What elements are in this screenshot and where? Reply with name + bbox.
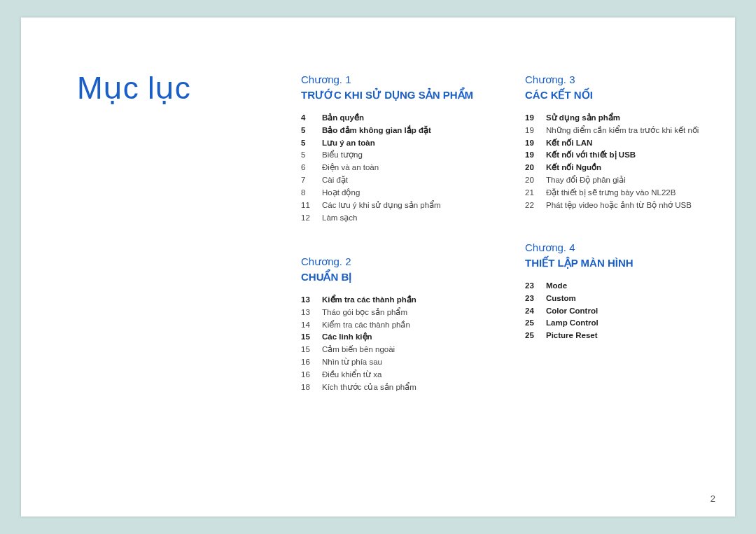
toc-entry-label: Kích thước của sản phẩm (322, 381, 497, 394)
toc-entry-page: 15 (301, 331, 322, 344)
toc-entry-label: Điều khiển từ xa (322, 369, 497, 381)
toc-entry: 20Thay đổi Độ phân giải (525, 174, 721, 187)
toc-entry-label: Bản quyền (322, 112, 497, 125)
toc-entry-label: Các linh kiện (322, 331, 497, 344)
toc-entry-label: Picture Reset (546, 330, 721, 342)
toc-entry-page: 5 (301, 137, 322, 150)
toc-entry-page: 16 (301, 356, 322, 369)
chapter-num: Chương. 2 (301, 255, 497, 268)
toc-entry: 25Lamp Control (525, 317, 721, 330)
toc-entry-page: 22 (525, 199, 546, 212)
toc-entry-label: Những điểm cần kiểm tra trước khi kết nố… (546, 125, 721, 137)
chapter-title: TRƯỚC KHI SỬ DỤNG SẢN PHẨM (301, 87, 497, 102)
toc-entry-label: Biểu tượng (322, 149, 497, 162)
toc-entry: 5Biểu tượng (301, 149, 497, 162)
toc-entry: 12Làm sạch (301, 212, 497, 225)
toc-entry-page: 11 (301, 199, 322, 212)
toc-entry: 5Bảo đảm không gian lắp đặt (301, 125, 497, 137)
chapter-4: Chương. 4 THIẾT LẬP MÀN HÌNH 23Mode23Cus… (525, 241, 721, 342)
chapter-title: THIẾT LẬP MÀN HÌNH (525, 255, 721, 270)
toc-entries: 13Kiểm tra các thành phần13Tháo gói bọc … (301, 294, 497, 394)
toc-entries: 23Mode23Custom24Color Control25Lamp Cont… (525, 280, 721, 342)
toc-entry-label: Thay đổi Độ phân giải (546, 174, 721, 187)
toc-entry-label: Kiểm tra các thành phần (322, 319, 497, 332)
toc-entry-page: 24 (525, 305, 546, 318)
toc-entry: 13Kiểm tra các thành phần (301, 294, 497, 307)
toc-entry-label: Kiểm tra các thành phần (322, 294, 497, 307)
toc-entry: 20Kết nối Nguồn (525, 162, 721, 174)
toc-entry-label: Các lưu ý khi sử dụng sản phẩm (322, 199, 497, 212)
toc-entry: 16Điều khiển từ xa (301, 369, 497, 381)
chapter-title: CHUẨN BỊ (301, 269, 497, 284)
toc-entry: 6Điện và an toàn (301, 162, 497, 174)
toc-entry: 7Cài đặt (301, 174, 497, 187)
toc-entry-page: 15 (301, 344, 322, 356)
chapter-3: Chương. 3 CÁC KẾT NỐI 19Sử dụng sản phẩm… (525, 73, 721, 212)
toc-entries: 19Sử dụng sản phẩm19Những điểm cần kiểm … (525, 112, 721, 212)
toc-entry-label: Sử dụng sản phẩm (546, 112, 721, 125)
toc-entry-page: 18 (301, 381, 322, 394)
toc-entry-page: 8 (301, 187, 322, 199)
toc-entry-page: 21 (525, 187, 546, 199)
toc-entry-page: 23 (525, 293, 546, 305)
toc-entry: 5Lưu ý an toàn (301, 137, 497, 150)
page-number: 2 (710, 493, 715, 504)
toc-entry-page: 25 (525, 317, 546, 330)
toc-entry-page: 13 (301, 307, 322, 319)
toc-entry-label: Mode (546, 280, 721, 293)
toc-entry-label: Lamp Control (546, 317, 721, 330)
toc-entry: 22Phát tệp video hoặc ảnh từ Bộ nhớ USB (525, 199, 721, 212)
toc-entry-page: 5 (301, 125, 322, 137)
toc-entry-page: 19 (525, 137, 546, 150)
toc-entry-label: Color Control (546, 305, 721, 318)
document-page: Mục lục Chương. 1 TRƯỚC KHI SỬ DỤNG SẢN … (21, 17, 735, 517)
toc-entry-label: Lưu ý an toàn (322, 137, 497, 150)
toc-entry: 24Color Control (525, 305, 721, 318)
toc-entry-label: Nhìn từ phía sau (322, 356, 497, 369)
toc-entry-page: 13 (301, 294, 322, 307)
toc-entry-page: 20 (525, 162, 546, 174)
toc-entry: 11Các lưu ý khi sử dụng sản phẩm (301, 199, 497, 212)
toc-entry: 18Kích thước của sản phẩm (301, 381, 497, 394)
toc-entry-label: Phát tệp video hoặc ảnh từ Bộ nhớ USB (546, 199, 721, 212)
toc-entry-label: Bảo đảm không gian lắp đặt (322, 125, 497, 137)
chapter-title: CÁC KẾT NỐI (525, 87, 721, 102)
toc-entry-label: Điện và an toàn (322, 162, 497, 174)
toc-entry: 8Hoạt động (301, 187, 497, 199)
toc-entry-label: Làm sạch (322, 212, 497, 225)
chapter-num: Chương. 1 (301, 73, 497, 86)
toc-entry-page: 19 (525, 125, 546, 137)
toc-entry: 19Những điểm cần kiểm tra trước khi kết … (525, 125, 721, 137)
toc-entry: 19Sử dụng sản phẩm (525, 112, 721, 125)
toc-entry-page: 25 (525, 330, 546, 342)
toc-entry: 19Kết nối với thiết bị USB (525, 149, 721, 162)
toc-entry-label: Hoạt động (322, 187, 497, 199)
page-title: Mục lục (77, 70, 190, 106)
toc-entries: 4Bản quyền5Bảo đảm không gian lắp đặt5Lư… (301, 112, 497, 224)
toc-entry: 23Mode (525, 280, 721, 293)
toc-entry: 15Cảm biến bên ngoài (301, 344, 497, 356)
toc-entry: 23Custom (525, 293, 721, 305)
toc-entry: 15Các linh kiện (301, 331, 497, 344)
chapter-num: Chương. 3 (525, 73, 721, 86)
toc-entry-page: 16 (301, 369, 322, 381)
toc-entry-page: 7 (301, 174, 322, 187)
toc-entry: 19Kết nối LAN (525, 137, 721, 150)
toc-entry: 21Đặt thiết bị sẽ trưng bày vào NL22B (525, 187, 721, 199)
toc-entry-label: Kết nối với thiết bị USB (546, 149, 721, 162)
toc-entry-page: 19 (525, 149, 546, 162)
toc-entry-page: 20 (525, 174, 546, 187)
toc-entry-page: 6 (301, 162, 322, 174)
toc-entry-label: Đặt thiết bị sẽ trưng bày vào NL22B (546, 187, 721, 199)
toc-entry: 14Kiểm tra các thành phần (301, 319, 497, 332)
toc-entry: 13Tháo gói bọc sản phẩm (301, 307, 497, 319)
toc-entry: 4Bản quyền (301, 112, 497, 125)
toc-entry-label: Cảm biến bên ngoài (322, 344, 497, 356)
toc-entry: 25Picture Reset (525, 330, 721, 342)
toc-entry-label: Kết nối LAN (546, 137, 721, 150)
toc-entry-page: 23 (525, 280, 546, 293)
toc-entry-page: 14 (301, 319, 322, 332)
toc-entry-page: 5 (301, 149, 322, 162)
chapter-1: Chương. 1 TRƯỚC KHI SỬ DỤNG SẢN PHẨM 4Bả… (301, 73, 497, 224)
chapter-2: Chương. 2 CHUẨN BỊ 13Kiểm tra các thành … (301, 255, 497, 394)
